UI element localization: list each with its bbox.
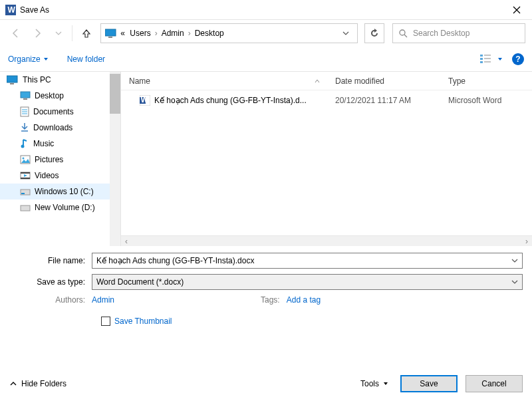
tree-drive-c[interactable]: Windows 10 (C:) xyxy=(0,184,120,200)
chevron-down-icon xyxy=(497,57,503,62)
pc-icon xyxy=(105,29,117,38)
file-row[interactable]: W Kế hoạch Ads chung (GG-FB-YT-Insta).d.… xyxy=(121,90,532,110)
navigation-row: « Users › Admin › Desktop Search Desktop xyxy=(0,20,532,47)
chevron-down-icon[interactable] xyxy=(511,257,518,264)
help-button[interactable]: ? xyxy=(512,53,524,65)
videos-icon xyxy=(20,171,31,180)
file-type: Microsoft Word xyxy=(440,96,532,105)
titlebar: W Save As xyxy=(0,0,532,20)
col-type[interactable]: Type xyxy=(440,76,532,86)
tags-value[interactable]: Add a tag xyxy=(287,295,321,305)
back-button[interactable] xyxy=(7,24,25,43)
crumb-desktop[interactable]: Desktop xyxy=(194,29,225,38)
svg-rect-28 xyxy=(21,178,30,179)
tree-downloads[interactable]: Downloads xyxy=(0,120,120,136)
svg-point-6 xyxy=(400,30,405,35)
new-folder-button[interactable]: New folder xyxy=(67,55,105,64)
crumb-admin[interactable]: Admin xyxy=(160,29,186,38)
svg-rect-8 xyxy=(480,55,483,57)
window-title: Save As xyxy=(20,5,49,15)
svg-rect-15 xyxy=(10,83,14,84)
tree-pictures[interactable]: Pictures xyxy=(0,152,120,168)
tools-menu[interactable]: Tools xyxy=(360,379,388,388)
crumb-users[interactable]: Users xyxy=(128,29,152,38)
svg-point-23 xyxy=(21,145,25,148)
crumb-prefix: « xyxy=(117,29,128,38)
svg-point-25 xyxy=(23,158,25,160)
documents-icon xyxy=(20,106,29,117)
chevron-up-icon xyxy=(9,380,17,388)
hide-folders-button[interactable]: Hide Folders xyxy=(9,379,66,388)
search-input[interactable]: Search Desktop xyxy=(392,23,525,43)
filename-input[interactable]: Kế hoạch Ads chung (GG-FB-YT-Insta).docx xyxy=(92,253,523,269)
tree-videos[interactable]: Videos xyxy=(0,168,120,184)
column-headers: Name Date modified Type xyxy=(121,72,532,90)
file-date: 20/12/2021 11:17 AM xyxy=(327,96,440,105)
svg-rect-9 xyxy=(480,58,483,60)
tree-music[interactable]: Music xyxy=(0,136,120,152)
save-thumbnail-checkbox[interactable] xyxy=(101,317,110,326)
tree-documents[interactable]: Documents xyxy=(0,104,120,120)
pictures-icon xyxy=(20,155,31,164)
footer: Hide Folders Tools Save Cancel xyxy=(0,370,532,398)
tree-desktop[interactable]: Desktop xyxy=(0,88,120,104)
up-button[interactable] xyxy=(76,23,96,43)
col-date[interactable]: Date modified xyxy=(327,76,440,86)
file-list: Name Date modified Type W Kế hoạch Ads c… xyxy=(121,72,532,246)
col-name[interactable]: Name xyxy=(121,76,327,86)
close-button[interactable] xyxy=(501,0,532,20)
cancel-button[interactable]: Cancel xyxy=(466,375,523,392)
svg-rect-5 xyxy=(108,37,112,38)
scroll-right-icon[interactable]: › xyxy=(521,236,532,247)
svg-line-7 xyxy=(404,35,407,37)
svg-rect-31 xyxy=(21,205,30,211)
refresh-button[interactable] xyxy=(364,23,384,43)
save-thumbnail-label: Save Thumbnail xyxy=(114,317,172,326)
forward-button[interactable] xyxy=(28,24,47,43)
svg-text:W: W xyxy=(8,5,16,15)
authors-value[interactable]: Admin xyxy=(92,295,114,305)
drive-icon xyxy=(20,187,31,196)
sort-asc-icon xyxy=(314,78,321,84)
horizontal-scrollbar[interactable]: ‹ › xyxy=(121,235,532,246)
desktop-icon xyxy=(20,91,31,100)
filename-label: File name: xyxy=(9,256,92,265)
word-doc-icon: W xyxy=(129,95,150,106)
svg-text:W: W xyxy=(141,95,149,104)
svg-rect-17 xyxy=(23,98,27,100)
scroll-left-icon[interactable]: ‹ xyxy=(121,236,132,247)
svg-rect-10 xyxy=(480,61,483,63)
svg-rect-14 xyxy=(7,76,17,82)
drive-icon xyxy=(20,203,31,212)
view-options[interactable] xyxy=(480,54,503,65)
tree-scrollbar[interactable] xyxy=(110,72,120,246)
save-button[interactable]: Save xyxy=(400,375,458,392)
tags-label: Tags: xyxy=(261,295,287,305)
search-icon xyxy=(398,29,408,38)
pc-icon xyxy=(7,75,19,84)
tree-this-pc[interactable]: This PC xyxy=(0,72,120,88)
body: This PC Desktop Documents Downloads Musi… xyxy=(0,72,532,246)
svg-rect-16 xyxy=(21,92,30,98)
toolbar: Organize New folder ? xyxy=(0,47,532,72)
form-area: File name: Kế hoạch Ads chung (GG-FB-YT-… xyxy=(0,246,532,329)
recent-dropdown[interactable] xyxy=(49,24,68,43)
tree-drive-d[interactable]: New Volume (D:) xyxy=(0,200,120,215)
address-bar[interactable]: « Users › Admin › Desktop xyxy=(100,23,358,43)
svg-rect-4 xyxy=(105,29,116,36)
authors-label: Authors: xyxy=(9,295,92,305)
file-name: Kế hoạch Ads chung (GG-FB-YT-Insta).d... xyxy=(154,96,307,105)
chevron-right-icon: › xyxy=(152,29,160,38)
svg-rect-27 xyxy=(21,172,30,174)
music-icon xyxy=(20,138,29,149)
search-placeholder: Search Desktop xyxy=(413,29,469,38)
address-dropdown[interactable] xyxy=(338,30,353,37)
saveas-select[interactable]: Word Document (*.docx) xyxy=(92,274,523,290)
svg-rect-30 xyxy=(21,193,25,194)
chevron-down-icon[interactable] xyxy=(511,279,518,285)
saveas-label: Save as type: xyxy=(9,277,92,287)
organize-menu[interactable]: Organize xyxy=(8,55,49,64)
save-thumbnail-row[interactable]: Save Thumbnail xyxy=(101,317,523,326)
chevron-down-icon xyxy=(383,381,388,386)
separator xyxy=(72,25,72,41)
